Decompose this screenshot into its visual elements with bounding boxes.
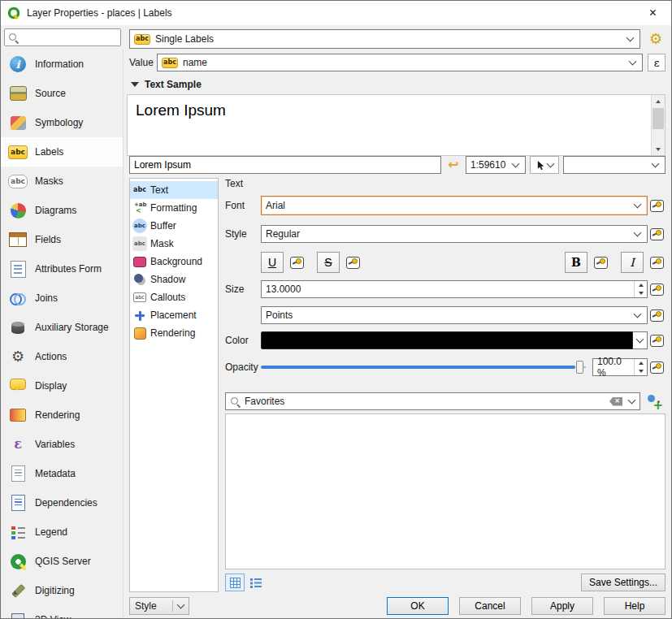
tab-label: Formatting bbox=[150, 202, 197, 214]
tab-callouts[interactable]: Callouts bbox=[130, 288, 218, 306]
sidebar-item-label: Digitizing bbox=[35, 585, 75, 596]
sidebar-item-actions[interactable]: Actions bbox=[1, 342, 123, 371]
bold-data-defined-override-button[interactable] bbox=[592, 253, 609, 271]
bold-button[interactable]: B bbox=[565, 252, 587, 273]
sample-text-input[interactable] bbox=[129, 156, 441, 174]
labeling-mode-combo[interactable]: abc Single Labels bbox=[129, 29, 640, 49]
preview-scale-combo[interactable]: 1:59610 bbox=[466, 156, 526, 174]
tab-background[interactable]: Background bbox=[130, 253, 218, 271]
properties-search-input[interactable] bbox=[20, 32, 118, 43]
sample-scrollbar[interactable] bbox=[651, 95, 665, 155]
sidebar-item-rendering[interactable]: Rendering bbox=[1, 400, 123, 430]
tab-formatting[interactable]: Formatting bbox=[130, 199, 218, 217]
scroll-down-button[interactable] bbox=[652, 143, 665, 155]
opacity-slider[interactable] bbox=[261, 358, 586, 376]
spin-buttons[interactable] bbox=[634, 281, 647, 297]
strikethrough-button[interactable]: S bbox=[317, 252, 340, 273]
sidebar-item-symbology[interactable]: Symbology bbox=[1, 108, 123, 137]
chevron-down-icon bbox=[629, 58, 637, 66]
tab-text[interactable]: Text bbox=[130, 181, 218, 199]
preview-background-combo[interactable] bbox=[563, 156, 665, 174]
3d-view-icon bbox=[8, 610, 28, 618]
underline-data-defined-override-button[interactable] bbox=[288, 253, 306, 271]
sidebar-item-labels[interactable]: Labels bbox=[1, 137, 123, 167]
underline-button[interactable]: U bbox=[261, 252, 284, 273]
font-size-spinbox[interactable]: 13.0000 bbox=[261, 280, 648, 298]
icon-view-button[interactable] bbox=[225, 574, 245, 591]
tab-shadow[interactable]: Shadow bbox=[130, 271, 218, 288]
tab-label: Background bbox=[150, 256, 202, 267]
style-filter-combo[interactable]: Favorites × bbox=[225, 392, 640, 410]
color-data-defined-override-button[interactable] bbox=[648, 331, 665, 349]
font-style-combo[interactable]: Regular bbox=[261, 225, 648, 243]
text-sample-header[interactable]: Text Sample bbox=[131, 78, 202, 91]
size-unit-combo[interactable]: Points bbox=[261, 306, 648, 324]
style-menu-button[interactable]: Style bbox=[129, 597, 189, 615]
style-previews-area[interactable] bbox=[225, 413, 665, 569]
slider-handle[interactable] bbox=[576, 361, 583, 374]
value-field-combo[interactable]: abc name bbox=[157, 54, 643, 71]
sidebar-item-masks[interactable]: Masks bbox=[1, 167, 123, 196]
font-family-combo[interactable]: Arial bbox=[261, 196, 648, 215]
sidebar-item-attributes-form[interactable]: Attributes Form bbox=[1, 254, 123, 284]
italic-button[interactable]: I bbox=[621, 252, 644, 273]
sidebar-item-fields[interactable]: Fields bbox=[1, 225, 123, 254]
scroll-up-button[interactable] bbox=[652, 95, 665, 107]
tab-mask[interactable]: Mask bbox=[130, 235, 218, 253]
chevron-down-icon bbox=[626, 34, 635, 42]
chevron-down-icon bbox=[628, 396, 636, 405]
help-button[interactable]: Help bbox=[604, 597, 665, 615]
spin-buttons[interactable] bbox=[634, 359, 647, 375]
sidebar-item-3d-view[interactable]: 3D View bbox=[1, 605, 123, 618]
sidebar-item-diagrams[interactable]: Diagrams bbox=[1, 196, 123, 225]
information-icon bbox=[8, 54, 28, 74]
sidebar-item-digitizing[interactable]: Digitizing bbox=[1, 576, 123, 605]
sidebar-item-joins[interactable]: Joins bbox=[1, 284, 123, 313]
sidebar-item-auxiliary-storage[interactable]: Auxiliary Storage bbox=[1, 313, 123, 342]
color-swatch[interactable] bbox=[261, 331, 633, 349]
clear-filter-icon[interactable]: × bbox=[609, 397, 622, 406]
search-icon bbox=[229, 396, 241, 408]
set-scale-from-map-button[interactable] bbox=[530, 156, 559, 174]
style-manager-button[interactable] bbox=[644, 392, 665, 411]
scrollbar-thumb[interactable] bbox=[652, 108, 664, 129]
reset-sample-button[interactable]: ↩ bbox=[445, 156, 462, 174]
list-view-button[interactable] bbox=[246, 574, 266, 591]
cancel-button[interactable]: Cancel bbox=[459, 597, 521, 615]
source-icon bbox=[8, 84, 28, 103]
sidebar-item-dependencies[interactable]: Dependencies bbox=[1, 488, 123, 517]
size-data-defined-override-button[interactable] bbox=[648, 280, 665, 298]
spin-down-icon bbox=[639, 370, 644, 375]
style-data-defined-override-button[interactable] bbox=[648, 225, 665, 243]
ok-button[interactable]: OK bbox=[387, 597, 449, 615]
font-data-defined-override-button[interactable] bbox=[648, 197, 665, 214]
sidebar-item-source[interactable]: Source bbox=[1, 79, 123, 108]
sidebar-item-variables[interactable]: Variables bbox=[1, 430, 123, 459]
color-dropdown-button[interactable] bbox=[633, 331, 648, 349]
tab-buffer[interactable]: Buffer bbox=[130, 217, 218, 235]
tab-rendering[interactable]: Rendering bbox=[130, 324, 218, 342]
expression-builder-button[interactable]: ε bbox=[648, 54, 665, 71]
size-label: Size bbox=[225, 284, 261, 295]
sidebar-item-legend[interactable]: Legend bbox=[1, 517, 123, 547]
sidebar-item-display[interactable]: Display bbox=[1, 371, 123, 400]
data-defined-override-icon bbox=[346, 257, 360, 269]
labels-icon bbox=[8, 142, 28, 162]
sidebar-item-label: Variables bbox=[35, 439, 75, 450]
close-button[interactable]: × bbox=[635, 1, 671, 25]
sidebar-item-qgis-server[interactable]: QGIS Server bbox=[1, 547, 123, 576]
apply-button[interactable]: Apply bbox=[531, 597, 593, 615]
italic-data-defined-override-button[interactable] bbox=[648, 253, 665, 271]
unit-data-defined-override-button[interactable] bbox=[648, 306, 665, 324]
properties-search[interactable] bbox=[4, 28, 121, 46]
opacity-spinbox[interactable]: 100.0 % bbox=[592, 358, 648, 376]
opacity-data-defined-override-button[interactable] bbox=[648, 358, 665, 376]
data-defined-override-icon bbox=[650, 361, 664, 374]
sidebar-item-information[interactable]: Information bbox=[1, 50, 123, 79]
font-color-button[interactable] bbox=[261, 331, 648, 349]
automated-placement-settings-button[interactable]: ⚙ bbox=[646, 29, 665, 49]
strikethrough-data-defined-override-button[interactable] bbox=[344, 253, 362, 271]
save-settings-button[interactable]: Save Settings... bbox=[581, 574, 665, 591]
tab-placement[interactable]: Placement bbox=[130, 306, 218, 324]
sidebar-item-metadata[interactable]: Metadata bbox=[1, 459, 123, 488]
